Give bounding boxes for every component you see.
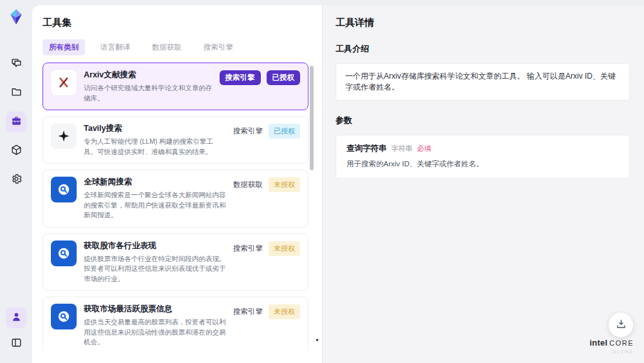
detail-title: 工具详情 (336, 17, 630, 29)
tool-category-tag: 搜索引擎 (233, 124, 263, 139)
sidebar-item-settings-icon[interactable] (6, 170, 26, 190)
news-search-icon (51, 304, 77, 329)
tool-category-tag: 搜索引擎 (220, 70, 261, 85)
cube-icon (10, 144, 23, 159)
tool-description: 提供当天交易量最高的股票列表，投资者可以利用这些信息来识别流动性强的股票和潜在的… (84, 317, 227, 348)
param-type: 字符串 (392, 144, 413, 153)
arxiv-logo-icon (51, 70, 77, 95)
tool-list-pane: 工具集 所有类别语言翻译数据获取搜索引擎 Arxiv文献搜索 访问各个研究领域大… (32, 5, 322, 363)
main-sheet: 工具集 所有类别语言翻译数据获取搜索引擎 Arxiv文献搜索 访问各个研究领域大… (32, 5, 644, 363)
folder-icon (10, 86, 23, 101)
tool-info: 获取市场最活跃股票信息 提供当天交易量最高的股票列表，投资者可以利用这些信息来识… (84, 304, 227, 348)
tool-card[interactable]: Arxiv文献搜索 访问各个研究领域大量科学论文和文章的存储库。 搜索引擎 已授… (43, 63, 308, 110)
tool-tags: 搜索引擎 已授权 (220, 70, 301, 85)
page-title: 工具集 (43, 17, 322, 29)
category-tab-3[interactable]: 搜索引擎 (197, 39, 240, 55)
sidebar-item-panel-layout-icon[interactable] (6, 333, 26, 354)
tool-list: Arxiv文献搜索 访问各个研究领域大量科学论文和文章的存储库。 搜索引擎 已授… (43, 63, 308, 351)
category-tabs: 所有类别语言翻译数据获取搜索引擎 (43, 39, 322, 55)
tool-name: 获取市场最活跃股票信息 (84, 304, 227, 315)
news-search-icon (51, 240, 77, 266)
tool-name: Arxiv文献搜索 (84, 70, 213, 81)
params-heading: 参数 (336, 115, 630, 126)
sidebar-item-chat-icon[interactable] (6, 54, 26, 74)
download-icon (615, 318, 627, 333)
chat-icon (10, 57, 23, 72)
tool-info: Arxiv文献搜索 访问各个研究领域大量科学论文和文章的存储库。 (84, 70, 213, 103)
sidebar-item-toolbox-icon[interactable] (6, 112, 26, 132)
settings-icon (10, 173, 23, 188)
tool-name: 获取股市各行业表现 (84, 240, 227, 251)
download-button[interactable] (609, 313, 633, 337)
news-search-icon (51, 177, 77, 202)
category-tab-0[interactable]: 所有类别 (43, 39, 85, 55)
scrollbar-thumb[interactable] (310, 66, 314, 170)
tool-auth-badge: 已授权 (267, 70, 301, 85)
tool-description: 访问各个研究领域大量科学论文和文章的存储库。 (84, 83, 213, 103)
brand-ultra: ULTRA (589, 348, 634, 356)
param-card: 查询字符串 字符串 必填 用于搜索的Arxiv ID、关键字或作者姓名。 (336, 135, 630, 179)
tool-name: 全球新闻搜索 (84, 177, 227, 188)
tool-name: Tavily搜索 (84, 123, 227, 134)
tool-info: 全球新闻搜索 全球新闻搜索是一个聚合全球各大新闻网站内容的搜索引擎，帮助用户快速… (84, 177, 227, 221)
sidebar-nav (6, 54, 26, 190)
tool-auth-badge: 已授权 (269, 124, 300, 139)
intro-heading: 工具介绍 (336, 43, 630, 55)
tool-description: 专为人工智能代理 (LLM) 构建的搜索引擎工具。可快速提供实时、准确和真实的结… (84, 137, 227, 157)
sidebar-item-cube-icon[interactable] (6, 141, 26, 161)
tool-description: 全球新闻搜索是一个聚合全球各大新闻网站内容的搜索引擎，帮助用户快速获取全球最新资… (84, 190, 227, 221)
tool-description: 提供股票市场各个行业在特定时间段内的表现。投资者可以利用这些信息来识别表现优于或… (84, 254, 227, 284)
tool-info: Tavily搜索 专为人工智能代理 (LLM) 构建的搜索引擎工具。可快速提供实… (84, 123, 227, 157)
tool-info: 获取股市各行业表现 提供股票市场各个行业在特定时间段内的表现。投资者可以利用这些… (84, 240, 227, 284)
brand-core: CORE (609, 339, 634, 347)
tool-tags: 搜索引擎 未授权 (233, 304, 300, 319)
toolbox-icon (10, 115, 23, 130)
scrollbar-track[interactable] (310, 57, 314, 353)
param-head: 查询字符串 字符串 必填 (346, 143, 619, 154)
app-window: 工具集 所有类别语言翻译数据获取搜索引擎 Arxiv文献搜索 访问各个研究领域大… (0, 0, 644, 363)
sidebar (0, 0, 32, 363)
tool-category-tag: 搜索引擎 (233, 304, 263, 319)
tool-detail-pane: 工具详情 工具介绍 一个用于从Arxiv存储库搜索科学论文和文章的工具。 输入可… (322, 5, 644, 363)
tool-auth-badge: 未授权 (269, 304, 300, 319)
tool-card[interactable]: Tavily搜索 专为人工智能代理 (LLM) 构建的搜索引擎工具。可快速提供实… (43, 116, 308, 164)
sidebar-bottom (6, 308, 26, 354)
category-tab-2[interactable]: 数据获取 (146, 39, 188, 55)
tool-tags: 数据获取 未授权 (233, 177, 300, 192)
intro-text: 一个用于从Arxiv存储库搜索科学论文和文章的工具。 输入可以是Arxiv ID… (336, 63, 630, 101)
user-icon (10, 311, 23, 326)
tool-card[interactable]: 全球新闻搜索 全球新闻搜索是一个聚合全球各大新闻网站内容的搜索引擎，帮助用户快速… (43, 170, 308, 228)
tool-card[interactable]: 获取市场最活跃股票信息 提供当天交易量最高的股票列表，投资者可以利用这些信息来识… (43, 297, 308, 351)
tool-tags: 搜索引擎 未授权 (233, 240, 300, 256)
intel-core-logo: intelCORE ULTRA (589, 338, 634, 356)
sidebar-item-user-icon[interactable] (6, 308, 26, 328)
tool-category-tag: 数据获取 (233, 177, 263, 192)
tool-card[interactable]: 获取股市各行业表现 提供股票市场各个行业在特定时间段内的表现。投资者可以利用这些… (43, 233, 308, 291)
scroll-down-caret-icon[interactable]: ▼ (315, 338, 319, 342)
param-name: 查询字符串 (346, 143, 387, 154)
brand-intel: intel (589, 338, 607, 348)
tool-category-tag: 搜索引擎 (233, 241, 263, 256)
param-description: 用于搜索的Arxiv ID、关键字或作者姓名。 (346, 159, 619, 169)
tool-auth-badge: 未授权 (269, 241, 300, 256)
tool-tags: 搜索引擎 已授权 (233, 123, 300, 139)
tavily-sparkle-icon (51, 123, 77, 149)
app-logo-gem-icon (6, 7, 26, 26)
sidebar-item-folder-icon[interactable] (6, 83, 26, 103)
panel-layout-icon (10, 337, 23, 351)
param-required-flag: 必填 (417, 144, 431, 153)
category-tab-1[interactable]: 语言翻译 (94, 39, 137, 55)
tool-auth-badge: 未授权 (269, 177, 300, 192)
